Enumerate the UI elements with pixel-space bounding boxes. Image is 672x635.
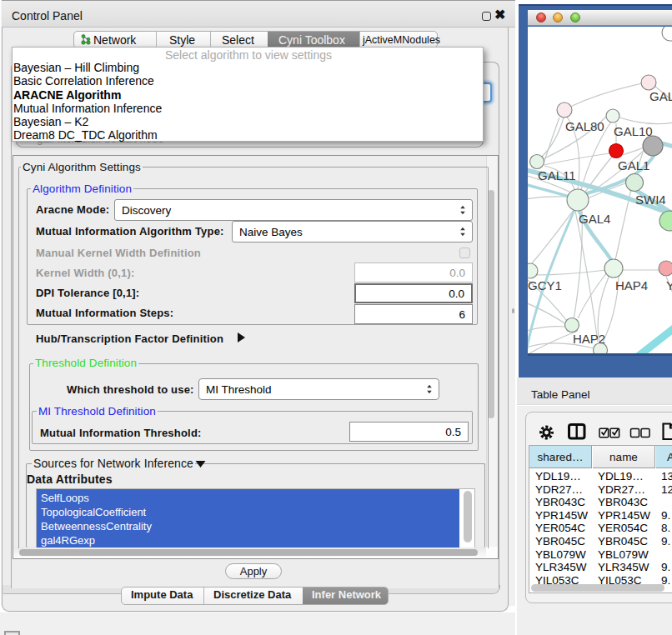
svg-text:GAL4: GAL4 [579, 212, 610, 226]
svg-text:SWI4: SWI4 [635, 192, 666, 207]
svg-text:Y: Y [666, 278, 672, 292]
svg-text:HAP4: HAP4 [615, 278, 648, 292]
svg-text:GAL: GAL [649, 89, 672, 103]
svg-text:GCY1: GCY1 [528, 278, 562, 292]
svg-text:GAL11: GAL11 [538, 168, 576, 182]
svg-text:GAL1: GAL1 [618, 158, 649, 172]
svg-text:GAL80: GAL80 [565, 119, 604, 133]
svg-text:HAP2: HAP2 [573, 332, 605, 346]
svg-text:GAL10: GAL10 [614, 124, 653, 138]
